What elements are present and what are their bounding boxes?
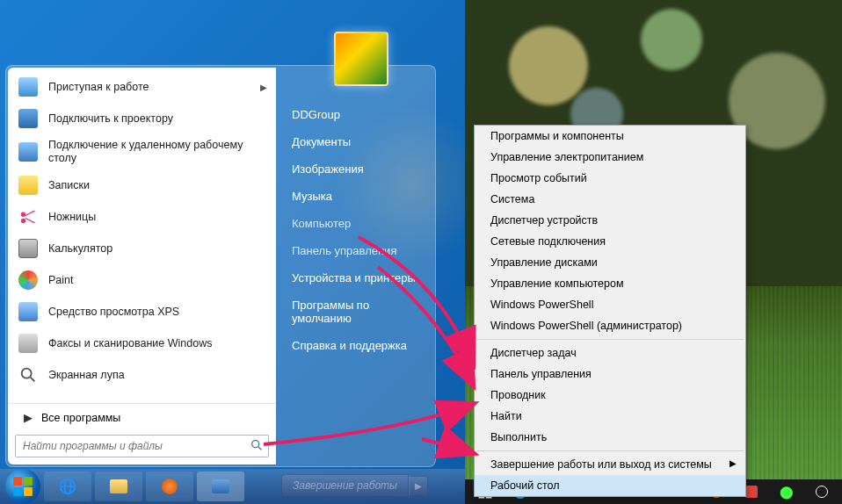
svg-rect-5	[24, 487, 33, 496]
ctx-programs-features[interactable]: Программы и компоненты	[475, 126, 745, 147]
xps-icon	[17, 300, 40, 323]
svg-point-1	[252, 441, 259, 448]
win7-taskbar	[0, 469, 465, 504]
ctx-disk-mgmt[interactable]: Управление дисками	[475, 252, 745, 273]
ctx-search[interactable]: Найти	[475, 406, 745, 427]
program-label: Подключить к проектору	[48, 112, 267, 126]
program-sticky-notes[interactable]: Записки	[10, 169, 274, 201]
ctx-system[interactable]: Система	[475, 189, 745, 210]
program-label: Калькулятор	[48, 242, 267, 256]
user-link[interactable]: DDGroup	[288, 101, 423, 128]
getting-started-icon	[17, 76, 40, 98]
program-calculator[interactable]: Калькулятор	[10, 233, 274, 264]
computer-link[interactable]: Компьютер	[288, 210, 423, 237]
program-paint[interactable]: Paint	[10, 264, 274, 296]
devices-printers-link[interactable]: Устройства и принтеры	[288, 264, 423, 292]
ctx-run[interactable]: Выполнить	[475, 427, 745, 448]
remote-desktop-icon	[17, 140, 40, 163]
taskbar-media[interactable]	[146, 472, 193, 501]
separator	[476, 339, 744, 340]
program-fax-scan[interactable]: Факсы и сканирование Windows	[10, 328, 274, 359]
program-label: Подключение к удаленному рабочему столу	[48, 139, 267, 165]
user-avatar[interactable]	[334, 32, 388, 86]
program-xps-viewer[interactable]: Средство просмотра XPS	[10, 296, 274, 328]
fax-icon	[17, 332, 40, 355]
ctx-network[interactable]: Сетевые подключения	[475, 231, 745, 252]
pictures-link[interactable]: Изображения	[288, 155, 423, 183]
taskbar-app[interactable]	[197, 472, 244, 501]
start-menu-right-panel: DDGroup Документы Изображения Музыка Ком…	[276, 66, 435, 466]
svg-rect-3	[24, 477, 33, 486]
ctx-powershell[interactable]: Windows PowerShell	[475, 294, 745, 315]
search-box	[15, 435, 269, 457]
ctx-power-options[interactable]: Управление электропитанием	[475, 147, 745, 168]
ctx-task-manager[interactable]: Диспетчер задач	[475, 342, 745, 364]
all-programs[interactable]: ▶ Все программы	[8, 403, 276, 431]
start-menu: Приступая к работе ▶ Подключить к проект…	[5, 65, 436, 467]
default-programs-link[interactable]: Программы по умолчанию	[288, 292, 423, 332]
ctx-control-panel[interactable]: Панель управления	[475, 364, 745, 385]
control-panel-link[interactable]: Панель управления	[288, 237, 423, 264]
program-snipping[interactable]: Ножницы	[10, 201, 274, 233]
svg-rect-2	[13, 477, 22, 486]
winx-menu: Программы и компоненты Управление электр…	[474, 125, 746, 497]
taskbar-explorer[interactable]	[95, 472, 142, 501]
program-label: Факсы и сканирование Windows	[48, 337, 267, 350]
start-button[interactable]	[5, 469, 40, 504]
chevron-right-icon: ▶	[24, 411, 33, 424]
all-programs-label: Все программы	[41, 412, 120, 424]
separator	[476, 450, 744, 451]
ctx-label: Завершение работы или выход из системы	[490, 458, 712, 471]
help-link[interactable]: Справка и поддержка	[288, 332, 423, 359]
tray-icon-4[interactable]	[805, 480, 838, 503]
ctx-device-manager[interactable]: Диспетчер устройств	[475, 210, 745, 231]
win7-desktop: Приступая к работе ▶ Подключить к проект…	[0, 0, 465, 504]
ctx-shutdown[interactable]: Завершение работы или выход из системы ▶	[475, 454, 745, 475]
start-menu-left-panel: Приступая к работе ▶ Подключить к проект…	[8, 68, 276, 464]
program-label: Ножницы	[48, 211, 267, 224]
submenu-arrow-icon: ▶	[729, 458, 737, 468]
magnifier-icon	[17, 364, 40, 386]
program-projector[interactable]: Подключить к проектору	[10, 103, 274, 134]
program-label: Записки	[48, 179, 267, 192]
program-getting-started[interactable]: Приступая к работе ▶	[10, 71, 274, 103]
documents-link[interactable]: Документы	[288, 128, 423, 155]
calculator-icon	[17, 237, 40, 260]
search-input[interactable]	[15, 435, 269, 457]
svg-point-0	[22, 369, 32, 378]
scissors-icon	[17, 205, 40, 228]
search-icon	[250, 438, 264, 456]
projector-icon	[17, 107, 40, 130]
svg-rect-4	[13, 487, 22, 496]
sticky-notes-icon	[17, 174, 40, 197]
submenu-arrow-icon: ▶	[260, 83, 267, 92]
program-magnifier[interactable]: Экранная лупа	[10, 359, 274, 391]
tray-icon-3[interactable]: ⬤	[770, 480, 803, 503]
ctx-explorer[interactable]: Проводник	[475, 385, 745, 406]
program-label: Приступая к работе	[48, 81, 260, 94]
program-label: Экранная лупа	[48, 369, 267, 382]
program-label: Средство просмотра XPS	[48, 306, 267, 319]
ctx-computer-mgmt[interactable]: Управление компьютером	[475, 273, 745, 294]
ctx-powershell-admin[interactable]: Windows PowerShell (администратор)	[475, 315, 745, 336]
program-list: Приступая к работе ▶ Подключить к проект…	[8, 68, 276, 403]
win8-desktop: Программы и компоненты Управление электр…	[465, 0, 842, 504]
ctx-event-viewer[interactable]: Просмотр событий	[475, 168, 745, 189]
paint-icon	[17, 269, 40, 292]
music-link[interactable]: Музыка	[288, 183, 423, 210]
program-remote-desktop[interactable]: Подключение к удаленному рабочему столу	[10, 134, 274, 169]
taskbar-ie[interactable]	[44, 472, 91, 501]
program-label: Paint	[48, 274, 267, 287]
ctx-desktop[interactable]: Рабочий стол	[475, 475, 745, 496]
